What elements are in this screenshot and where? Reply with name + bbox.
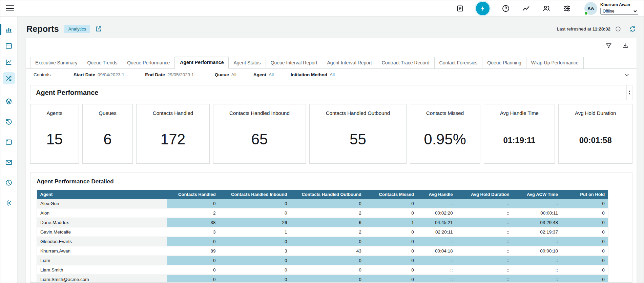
value-cell: ::: [456, 246, 513, 256]
value-cell: 0: [561, 199, 608, 208]
kpi-value: 65: [213, 131, 306, 148]
chevron-down-icon[interactable]: [624, 72, 630, 78]
kpi-row: Agents15Queues6Contacts Handled172Contac…: [30, 104, 632, 164]
tab-agent-interval-report[interactable]: Agent Interval Report: [322, 57, 377, 68]
kpi-value: 00:01:58: [559, 136, 632, 145]
agent-name-cell: Gavin.Metcalfe: [37, 227, 167, 237]
controls-label: Controls: [34, 72, 50, 77]
notes-icon[interactable]: [456, 5, 464, 12]
agent-name-cell: Liam.Smith@acme.com: [37, 275, 167, 283]
sidebar-item-metrics[interactable]: [0, 23, 17, 36]
tab-agent-performance[interactable]: Agent Performance: [175, 57, 229, 69]
control-agent[interactable]: AgentAll: [253, 72, 274, 77]
column-header-avg-handle[interactable]: Avg Handle: [417, 190, 456, 199]
external-link-icon[interactable]: [95, 25, 102, 33]
stepper-down-icon[interactable]: ▾: [629, 93, 630, 95]
section-title: Agent Performance: [36, 89, 99, 97]
tab-contract-trace-record[interactable]: Contract Trace Record: [377, 57, 435, 68]
bar-chart-icon: [3, 23, 15, 36]
agent-name-cell: Glendon.Evarts: [37, 237, 167, 246]
value-cell: 0: [365, 246, 417, 256]
column-header-agent[interactable]: Agent: [37, 190, 167, 199]
column-header-contacts-handled-outbound[interactable]: Contacts Handled Outbound: [290, 190, 365, 199]
sidebar-item-mail[interactable]: [0, 156, 17, 169]
column-header-put-on-hold[interactable]: Put on Hold: [561, 190, 608, 199]
table-row: Liam.Smith@acme.com0000::::::0: [37, 275, 608, 283]
column-header-avg-acw-time[interactable]: Avg ACW Time: [513, 190, 561, 199]
value-cell: 0: [365, 199, 417, 208]
users-icon[interactable]: [542, 4, 550, 13]
section-stepper[interactable]: ▴▾: [626, 85, 632, 100]
window-icon: [3, 136, 15, 148]
value-cell: 2: [167, 208, 219, 218]
value-cell: 0: [219, 256, 291, 265]
kpi-value: 0.95%: [410, 131, 480, 148]
layers-icon: [3, 95, 15, 107]
download-icon[interactable]: [622, 42, 628, 49]
tab-wrap-up-performance[interactable]: Wrap-Up Performance: [526, 57, 584, 68]
value-cell: 0: [290, 275, 365, 283]
sidebar-item-history[interactable]: [0, 115, 17, 128]
hamburger-menu-button[interactable]: [6, 5, 14, 11]
value-cell: ::: [513, 237, 561, 246]
settings-sliders-icon[interactable]: [563, 4, 571, 13]
analytics-icon[interactable]: [522, 4, 530, 13]
history-icon: [3, 116, 15, 128]
tab-queue-interval-report[interactable]: Queue Interval Report: [266, 57, 323, 68]
column-header-contacts-handled[interactable]: Contacts Handled: [167, 190, 219, 199]
table-row: Gavin.Metcalfe312002:20:11::02:19:370: [37, 227, 608, 237]
tab-agent-status[interactable]: Agent Status: [229, 57, 266, 68]
tab-queue-performance[interactable]: Queue Performance: [122, 57, 175, 68]
kpi-card-contacts-missed: Contacts Missed0.95%: [410, 104, 480, 164]
column-header-avg-hold-duration[interactable]: Avg Hold Duration: [456, 190, 513, 199]
value-cell: 0: [365, 227, 417, 237]
value-cell: ::: [456, 227, 513, 237]
value-cell: 26: [219, 218, 291, 227]
sidebar-item-routing[interactable]: [0, 72, 17, 85]
analytics-badge: Analytics: [64, 25, 90, 33]
column-header-contacts-missed[interactable]: Contacts Missed: [365, 190, 417, 199]
tabs: Executive SummaryQueue TrendsQueue Perfo…: [26, 57, 637, 69]
value-cell: ::: [513, 275, 561, 283]
flash-icon[interactable]: [476, 2, 490, 15]
control-start-date[interactable]: Start Date09/04/2023 1...: [74, 72, 128, 77]
control-label: End Date: [145, 72, 165, 77]
kpi-value: 6: [83, 131, 133, 148]
sidebar-item-reports[interactable]: [0, 176, 17, 189]
tab-contact-forensics[interactable]: Contact Forensics: [435, 57, 483, 68]
table-row: Alon202000:02:20::00:00:110: [37, 208, 608, 218]
sidebar-item-settings[interactable]: [0, 196, 17, 210]
value-cell: 0: [219, 275, 291, 283]
agent-performance-table: AgentContacts HandledContacts Handled In…: [37, 190, 608, 283]
sidebar-item-windows[interactable]: [0, 135, 17, 149]
help-icon[interactable]: [502, 4, 510, 13]
refresh-area: Last refreshed at 11:28:32: [557, 25, 636, 33]
control-initiation-method[interactable]: Initiation MethodAll: [291, 72, 335, 77]
user-info: Khurram Awan Offline: [600, 2, 638, 15]
avatar[interactable]: KA: [584, 2, 597, 15]
tab-executive-summary[interactable]: Executive Summary: [30, 57, 82, 68]
column-header-contacts-handled-inbound[interactable]: Contacts Handled Inbound: [219, 190, 291, 199]
sidebar-item-calendar[interactable]: [0, 39, 17, 53]
filter-icon[interactable]: [605, 42, 612, 49]
control-queue[interactable]: QueueAll: [215, 72, 236, 77]
value-cell: 0: [561, 237, 608, 246]
info-icon[interactable]: [615, 26, 621, 32]
value-cell: 0: [167, 275, 219, 283]
kpi-label: Contacts Handled: [137, 110, 209, 116]
kpi-card-avg-hold-duration: Avg Hold Duration00:01:58: [558, 104, 632, 164]
status-select[interactable]: Offline: [600, 8, 638, 15]
value-cell: 0: [219, 265, 291, 275]
value-cell: 0: [290, 256, 365, 265]
control-value: All: [269, 72, 274, 77]
refresh-icon[interactable]: [629, 25, 636, 33]
gear-icon: [3, 197, 15, 209]
tab-queue-trends[interactable]: Queue Trends: [82, 57, 122, 68]
sidebar-item-queues[interactable]: [0, 95, 17, 108]
sidebar-item-analytics[interactable]: [0, 55, 17, 69]
control-end-date[interactable]: End Date29/05/2023 1...: [145, 72, 198, 77]
user-name: Khurram Awan: [600, 2, 638, 7]
control-value: All: [231, 72, 236, 77]
value-cell: 0: [365, 256, 417, 265]
tab-queue-planning[interactable]: Queue Planning: [482, 57, 526, 68]
